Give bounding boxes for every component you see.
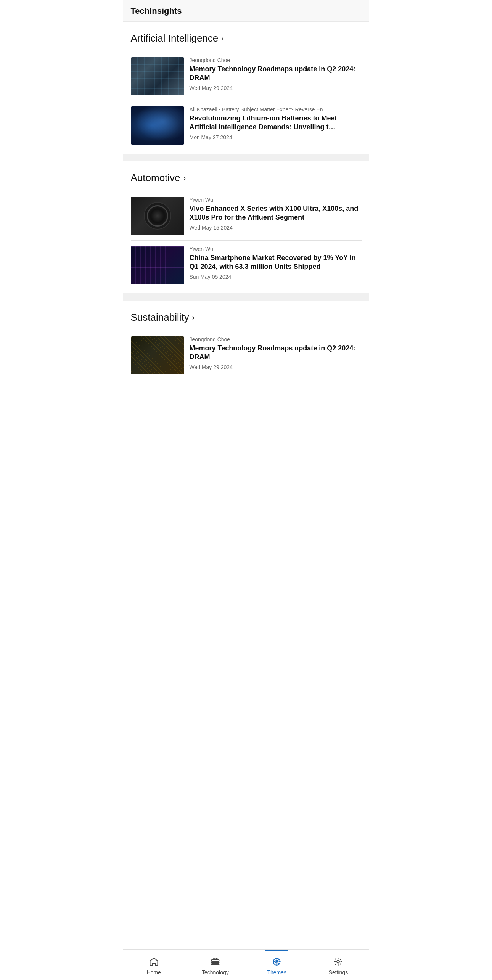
article-title: Vivo Enhanced X Series with X100 Ultra, … bbox=[190, 204, 362, 222]
article-date: Sun May 05 2024 bbox=[190, 274, 362, 280]
article-date: Mon May 27 2024 bbox=[190, 134, 362, 140]
article-meta: Jeongdong Choe Memory Technology Roadmap… bbox=[190, 336, 362, 370]
article-title: Memory Technology Roadmaps update in Q2 … bbox=[190, 65, 362, 83]
article-author: Ali Khazaeli - Battery Subject Matter Ex… bbox=[190, 106, 362, 112]
section-title-ai: Artificial Intelligence bbox=[131, 32, 219, 44]
section-title-automotive: Automotive bbox=[131, 172, 180, 184]
article-thumbnail bbox=[131, 197, 184, 235]
article-card[interactable]: Yiwen Wu China Smartphone Market Recover… bbox=[131, 241, 362, 289]
article-meta: Jeongdong Choe Memory Technology Roadmap… bbox=[190, 57, 362, 91]
article-title: Revolutionizing Lithium-ion Batteries to… bbox=[190, 114, 362, 132]
section-sustainability: Sustainability › Jeongdong Choe Memory T… bbox=[123, 301, 369, 384]
article-title: Memory Technology Roadmaps update in Q2 … bbox=[190, 344, 362, 362]
section-divider bbox=[123, 154, 369, 161]
article-meta: Ali Khazaeli - Battery Subject Matter Ex… bbox=[190, 106, 362, 140]
article-card[interactable]: Jeongdong Choe Memory Technology Roadmap… bbox=[131, 52, 362, 101]
section-header-sustainability[interactable]: Sustainability › bbox=[131, 312, 362, 323]
article-title: China Smartphone Market Recovered by 1% … bbox=[190, 254, 362, 272]
article-meta: Yiwen Wu Vivo Enhanced X Series with X10… bbox=[190, 197, 362, 231]
chevron-right-icon: › bbox=[183, 174, 186, 182]
article-author: Yiwen Wu bbox=[190, 197, 362, 203]
section-automotive: Automotive › Yiwen Wu Vivo Enhanced X Se… bbox=[123, 161, 369, 293]
article-thumbnail bbox=[131, 57, 184, 95]
article-author: Jeongdong Choe bbox=[190, 57, 362, 63]
article-card[interactable]: Jeongdong Choe Memory Technology Roadmap… bbox=[131, 331, 362, 380]
section-divider bbox=[123, 293, 369, 301]
article-meta: Yiwen Wu China Smartphone Market Recover… bbox=[190, 246, 362, 280]
article-date: Wed May 29 2024 bbox=[190, 85, 362, 91]
section-title-sustainability: Sustainability bbox=[131, 312, 189, 323]
chevron-right-icon: › bbox=[221, 34, 224, 43]
article-thumbnail bbox=[131, 336, 184, 374]
section-ai: Artificial Intelligence › Jeongdong Choe… bbox=[123, 22, 369, 154]
article-date: Wed May 29 2024 bbox=[190, 364, 362, 370]
article-card[interactable]: Yiwen Wu Vivo Enhanced X Series with X10… bbox=[131, 191, 362, 241]
article-date: Wed May 15 2024 bbox=[190, 225, 362, 231]
article-author: Jeongdong Choe bbox=[190, 336, 362, 342]
article-card[interactable]: Ali Khazaeli - Battery Subject Matter Ex… bbox=[131, 101, 362, 150]
section-header-ai[interactable]: Artificial Intelligence › bbox=[131, 32, 362, 44]
article-author: Yiwen Wu bbox=[190, 246, 362, 252]
app-header: TechInsights bbox=[123, 0, 369, 22]
main-content: Artificial Intelligence › Jeongdong Choe… bbox=[123, 22, 369, 418]
section-header-automotive[interactable]: Automotive › bbox=[131, 172, 362, 184]
article-thumbnail bbox=[131, 246, 184, 284]
chevron-right-icon: › bbox=[192, 313, 195, 322]
article-thumbnail bbox=[131, 106, 184, 145]
app-title: TechInsights bbox=[131, 6, 182, 16]
